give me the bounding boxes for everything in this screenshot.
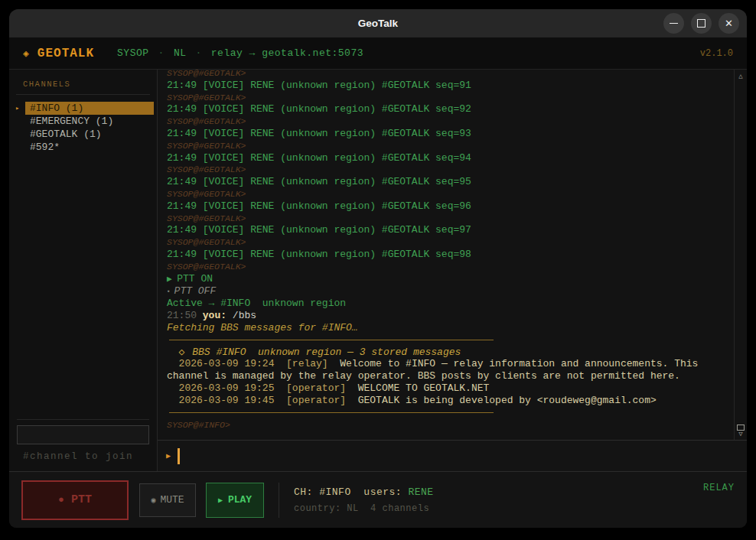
scroll-up-icon[interactable]: △ xyxy=(738,72,742,80)
text-cursor xyxy=(178,448,180,464)
country-code: NL xyxy=(174,47,187,59)
channel-item[interactable]: #EMERGENCY (1) xyxy=(9,115,157,128)
relay-mode-badge: RELAY xyxy=(703,483,735,493)
voice-event-line: 21:49 [VOICE] RENE (unknown region) #GEO… xyxy=(167,249,725,261)
channels-heading: CHANNELS xyxy=(9,80,157,89)
sysop-geotalk-prompt-line: SYSOP@#GEOTALK> xyxy=(167,213,725,225)
scroll-bottom-group[interactable]: ▽ xyxy=(737,425,745,438)
prompt-arrow-icon: ▶ xyxy=(166,451,171,460)
window-title: GeoTalk xyxy=(358,18,398,29)
ptt-on-line: ▶ PTT ON xyxy=(167,273,725,286)
sidebar-spacer xyxy=(9,154,157,419)
bbs-divider-rule xyxy=(169,412,494,413)
channel-label: #GEOTALK (1) xyxy=(25,128,106,141)
status-divider xyxy=(279,483,279,518)
bbs-post-line: 2026-03-09 19:25 [operator] WELCOME TO G… xyxy=(167,382,725,395)
channels-sidebar: CHANNELS ▸#INFO (1)#EMERGENCY (1)#GEOTAL… xyxy=(9,70,158,471)
bottom-bar: ● PTT ◉ MUTE ▶ PLAY CH: #INFO users: REN… xyxy=(9,471,747,528)
channel-status-line: CH: #INFO users: RENE xyxy=(294,486,434,498)
minimize-icon xyxy=(670,23,678,24)
app-window: GeoTalk ✕ ◈ GEOTALK SYSOP · NL · relay →… xyxy=(9,9,747,528)
sysop-geotalk-prompt-line: SYSOP@#GEOTALK> xyxy=(167,70,725,80)
sysop-info-prompt-line: SYSOP@#INFO> xyxy=(167,419,725,431)
ch-label: CH: xyxy=(294,486,313,498)
message-log[interactable]: SYSOP@#GEOTALK>21:49 [VOICE] RENE (unkno… xyxy=(158,70,747,440)
sysop-geotalk-prompt-line: SYSOP@#GEOTALK> xyxy=(167,236,725,249)
chat-main: SYSOP@#GEOTALK>21:49 [VOICE] RENE (unkno… xyxy=(158,70,747,471)
scroll-thumb[interactable] xyxy=(737,425,745,431)
voice-event-line: 21:49 [VOICE] RENE (unknown region) #GEO… xyxy=(167,200,725,213)
brand-name: GEOTALK xyxy=(37,47,94,60)
play-triangle-icon: ▶ xyxy=(218,496,223,505)
maximize-button[interactable] xyxy=(691,13,712,34)
mute-circle-icon: ◉ xyxy=(151,496,155,505)
close-button[interactable]: ✕ xyxy=(719,13,739,34)
play-button-label: PLAY xyxy=(228,494,252,506)
close-icon: ✕ xyxy=(725,18,733,28)
callsign: SYSOP xyxy=(117,47,149,59)
channel-label: #592* xyxy=(25,141,64,154)
separator-dot: · xyxy=(158,47,165,59)
app-header: ◈ GEOTALK SYSOP · NL · relay → geotalk.n… xyxy=(9,37,747,70)
active-channel-line: Active → #INFO unknown region xyxy=(167,298,725,310)
record-dot-icon: ● xyxy=(58,494,64,506)
minimize-button[interactable] xyxy=(663,13,684,34)
voice-event-line: 21:49 [VOICE] RENE (unknown region) #GEO… xyxy=(167,80,725,92)
join-area: #channel to join xyxy=(9,419,157,471)
selected-channel-arrow-icon: ▸ xyxy=(15,104,25,112)
sysop-geotalk-prompt-line: SYSOP@#GEOTALK> xyxy=(167,92,725,104)
voice-event-line: 21:49 [VOICE] RENE (unknown region) #GEO… xyxy=(167,128,725,140)
play-button[interactable]: ▶ PLAY xyxy=(206,483,264,518)
sidebar-divider xyxy=(16,94,150,95)
content: CHANNELS ▸#INFO (1)#EMERGENCY (1)#GEOTAL… xyxy=(9,70,747,471)
join-channel-input[interactable] xyxy=(17,425,149,444)
command-input-row[interactable]: ▶ xyxy=(158,440,747,471)
users-value: RENE xyxy=(408,486,433,498)
app-version: v2.1.0 xyxy=(700,48,733,59)
voice-event-line: 21:49 [VOICE] RENE (unknown region) #GEO… xyxy=(167,224,725,236)
channel-item[interactable]: #GEOTALK (1) xyxy=(9,128,157,141)
bbs-post-line: 2026-03-09 19:24 [relay] Welcome to #INF… xyxy=(167,358,725,382)
brand-diamond-icon: ◈ xyxy=(23,47,29,60)
sysop-geotalk-prompt-line: SYSOP@#GEOTALK> xyxy=(167,115,725,128)
channel-label: #INFO (1) xyxy=(25,102,154,115)
channel-item[interactable]: #592* xyxy=(9,141,157,154)
bbs-header-line: ◇ BBS #INFO unknown region — 3 stored me… xyxy=(167,346,725,359)
message-list: SYSOP@#GEOTALK>21:49 [VOICE] RENE (unkno… xyxy=(167,70,747,431)
mute-button[interactable]: ◉ MUTE xyxy=(139,483,196,517)
separator-dot: · xyxy=(195,47,201,59)
mute-button-label: MUTE xyxy=(160,494,184,506)
scrollbar[interactable]: △ ▽ xyxy=(734,70,747,440)
fetching-line: Fetching BBS messages for #INFO… xyxy=(167,322,725,334)
bbs-post-line: 2026-03-09 19:45 [operator] GEOTALK is b… xyxy=(167,395,725,407)
sysop-geotalk-prompt-line: SYSOP@#GEOTALK> xyxy=(167,188,725,200)
join-channel-hint: #channel to join xyxy=(17,451,149,462)
voice-event-line: 21:49 [VOICE] RENE (unknown region) #GEO… xyxy=(167,152,725,164)
titlebar[interactable]: GeoTalk ✕ xyxy=(9,9,747,37)
screen: GeoTalk ✕ ◈ GEOTALK SYSOP · NL · relay →… xyxy=(0,0,756,540)
relay-address: relay → geotalk.net:5073 xyxy=(211,47,363,59)
bbs-divider-rule xyxy=(169,340,494,340)
ptt-button[interactable]: ● PTT xyxy=(21,480,129,520)
country-status-line: country: NL 4 channels xyxy=(294,503,434,514)
maximize-icon xyxy=(697,19,705,28)
user-command-line: 21:50 you: /bbs xyxy=(167,310,725,322)
join-divider xyxy=(17,419,149,420)
window-controls: ✕ xyxy=(663,13,739,34)
voice-event-line: 21:49 [VOICE] RENE (unknown region) #GEO… xyxy=(167,176,725,188)
channel-label: #EMERGENCY (1) xyxy=(25,115,118,128)
scroll-down-icon[interactable]: ▽ xyxy=(738,431,742,438)
sysop-geotalk-prompt-line: SYSOP@#GEOTALK> xyxy=(167,140,725,152)
current-channel: #INFO xyxy=(319,486,351,498)
connection-info: SYSOP · NL · relay → geotalk.net:5073 xyxy=(117,47,363,59)
users-label: users: xyxy=(363,486,402,498)
voice-event-line: 21:49 [VOICE] RENE (unknown region) #GEO… xyxy=(167,103,725,115)
channel-item[interactable]: ▸#INFO (1) xyxy=(9,102,157,115)
sysop-geotalk-prompt-line: SYSOP@#GEOTALK> xyxy=(167,261,725,273)
ptt-off-line: ▪ PTT OFF xyxy=(167,285,725,298)
status-block: CH: #INFO users: RENE country: NL 4 chan… xyxy=(294,486,434,514)
ptt-button-label: PTT xyxy=(71,493,92,506)
sysop-geotalk-prompt-line: SYSOP@#GEOTALK> xyxy=(167,164,725,176)
channel-list: ▸#INFO (1)#EMERGENCY (1)#GEOTALK (1)#592… xyxy=(9,102,157,154)
